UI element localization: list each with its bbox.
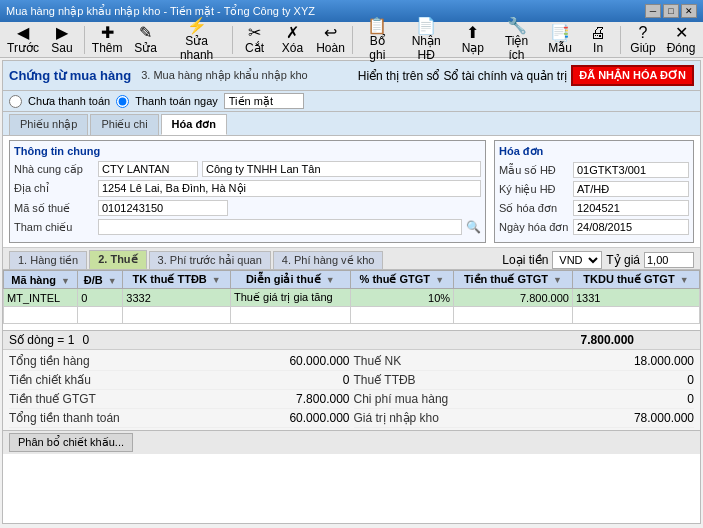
nhan-hd-button[interactable]: 📄 Nhận HĐ (399, 24, 452, 56)
next-label: Sau (51, 41, 72, 55)
ky-hieu-hd-label: Ký hiệu HĐ (499, 183, 569, 196)
help-icon: ? (639, 25, 648, 41)
sum-row-chi-phi: Chi phí mua hàng 0 (354, 390, 695, 409)
tham-chieu-row: Tham chiếu 🔍 (14, 219, 481, 235)
nap-button[interactable]: ⬆ Nạp (455, 24, 491, 56)
sum-row-thue-nk: Thuế NK 18.000.000 (354, 352, 695, 371)
title-bar: Mua hàng nhập khẩu nhập kho - Tiền mặt -… (0, 0, 703, 22)
nap-label: Nạp (462, 41, 484, 55)
sub-tab-phi-hang[interactable]: 4. Phí hàng về kho (273, 251, 384, 269)
hoa-don-panel: Hóa đơn Mẫu số HĐ 01GTKT3/001 Ký hiệu HĐ… (494, 140, 694, 243)
revert-button[interactable]: ↩ Hoàn (312, 24, 348, 56)
table-header-row: Mã hàng ▼ Đ/B ▼ TK thuế TTĐB ▼ Diễn giải… (4, 271, 700, 289)
cell-dien-giai-thue[interactable]: Thuế giá trị gia tăng (231, 289, 351, 307)
sum-tien-chiet-khau-label: Tiền chiết khấu (9, 373, 91, 387)
bo-ghi-button[interactable]: 📋 Bổ ghi (357, 24, 397, 56)
tab-phieu-chi[interactable]: Phiếu chi (90, 114, 158, 135)
mau-button[interactable]: 📑 Mẫu (542, 24, 578, 56)
tkdu-filter-icon[interactable]: ▼ (680, 275, 689, 285)
phan-bo-button[interactable]: Phân bổ chiết khấu... (9, 433, 133, 452)
ky-hieu-hd-val[interactable]: AT/HĐ (573, 181, 689, 197)
mau-label: Mẫu (548, 41, 572, 55)
mau-so-hd-val[interactable]: 01GTKT3/001 (573, 162, 689, 178)
tab-phieu-nhap[interactable]: Phiếu nhập (9, 114, 88, 135)
tham-chieu-val[interactable] (98, 219, 462, 235)
summary-section: Tổng tiền hàng 60.000.000 Tiền chiết khấ… (3, 349, 700, 430)
cell-tk-thue-ttdb[interactable]: 3332 (123, 289, 231, 307)
sub-tabs: 1. Hàng tiền 2. Thuế 3. Phí trước hải qu… (3, 248, 700, 270)
minimize-button[interactable]: ─ (645, 4, 661, 18)
cut-button[interactable]: ✂ Cắt (236, 24, 272, 56)
back-button[interactable]: ◀ Trước (4, 24, 42, 56)
table-row[interactable]: MT_INTEL 0 3332 Thuế giá trị gia tăng 10… (4, 289, 700, 307)
info-section: Thông tin chung Nhà cung cấp CTY LANTAN … (3, 136, 700, 248)
delete-button[interactable]: ✗ Xóa (274, 24, 310, 56)
dia-chi-row: Địa chỉ 1254 Lê Lai, Ba Đình, Hà Nội (14, 180, 481, 197)
sub-tab-phi-truoc[interactable]: 3. Phí trước hải quan (149, 251, 271, 269)
col-tkdu-gtgt: TKDU thuế GTGT ▼ (572, 271, 699, 289)
print-button[interactable]: 🖨 In (580, 24, 616, 56)
thanh-toan-ngay-radio[interactable] (116, 95, 129, 108)
nha-cung-cap-name[interactable]: Công ty TNHH Lan Tân (202, 161, 481, 177)
sum-row-thue-ttdb: Thuế TTĐB 0 (354, 371, 695, 390)
chua-thanh-toan-radio[interactable] (9, 95, 22, 108)
ma-so-thue-val[interactable]: 0101243150 (98, 200, 228, 216)
cell-tien-gtgt[interactable]: 7.800.000 (454, 289, 573, 307)
ngay-hoa-don-val[interactable]: 24/08/2015 (573, 219, 689, 235)
maximize-button[interactable]: □ (663, 4, 679, 18)
edit-button[interactable]: ✎ Sửa (128, 24, 164, 56)
so-hoa-don-val[interactable]: 1204521 (573, 200, 689, 216)
payment-method-input[interactable] (224, 93, 304, 109)
summary-right: Thuế NK 18.000.000 Thuế TTĐB 0 Chi phí m… (354, 352, 695, 428)
title-bar-controls: ─ □ ✕ (645, 4, 697, 18)
ty-gia-input[interactable] (644, 252, 694, 268)
tk-thue-filter-icon[interactable]: ▼ (212, 275, 221, 285)
dong-button[interactable]: ✕ Đóng (663, 24, 699, 56)
edit-label: Sửa (134, 41, 157, 55)
cell-ma-hang[interactable]: MT_INTEL (4, 289, 78, 307)
col-tk-thue-ttdb: TK thuế TTĐB ▼ (123, 271, 231, 289)
tab-hoa-don[interactable]: Hóa đơn (161, 114, 227, 135)
search-icon[interactable]: 🔍 (466, 220, 481, 234)
tien-ich-button[interactable]: 🔧 Tiện ích (493, 24, 540, 56)
cell-tkdu-gtgt[interactable]: 1331 (572, 289, 699, 307)
general-info-title: Thông tin chung (14, 145, 481, 157)
pct-filter-icon[interactable]: ▼ (435, 275, 444, 285)
so-dong-label: Số dòng = 1 (9, 333, 74, 347)
bo-ghi-icon: 📋 (367, 18, 387, 34)
loai-tien-select[interactable]: VND (552, 251, 602, 269)
cell-db[interactable]: 0 (78, 289, 123, 307)
toolbar: ◀ Trước ▶ Sau ✚ Thêm ✎ Sửa ⚡ Sửa nhanh ✂… (0, 22, 703, 58)
doc-title: Chứng từ mua hàng (9, 68, 131, 83)
next-button[interactable]: ▶ Sau (44, 24, 80, 56)
bo-ghi-label: Bổ ghi (362, 34, 392, 62)
dien-giai-filter-icon[interactable]: ▼ (326, 275, 335, 285)
footer-total-gtgt: 7.800.000 (581, 333, 634, 347)
print-icon: 🖨 (590, 25, 606, 41)
ma-so-thue-label: Mã số thuế (14, 202, 94, 215)
data-table: Mã hàng ▼ Đ/B ▼ TK thuế TTĐB ▼ Diễn giải… (3, 270, 700, 324)
tien-filter-icon[interactable]: ▼ (553, 275, 562, 285)
quick-edit-button[interactable]: ⚡ Sửa nhanh (166, 24, 228, 56)
sum-row-tong-thanh-toan: Tổng tiền thanh toán 60.000.000 (9, 409, 350, 428)
dia-chi-val[interactable]: 1254 Lê Lai, Ba Đình, Hà Nội (98, 180, 481, 197)
print-label: In (593, 41, 603, 55)
db-filter-icon[interactable]: ▼ (108, 276, 117, 286)
revert-label: Hoàn (316, 41, 345, 55)
help-button[interactable]: ? Giúp (625, 24, 661, 56)
sum-row-gia-tri-nhap: Giá trị nhập kho 78.000.000 (354, 409, 695, 428)
ngay-hoa-don-label: Ngày hóa đơn (499, 221, 569, 234)
sub-tab-hang-tien[interactable]: 1. Hàng tiền (9, 251, 87, 269)
revert-icon: ↩ (324, 25, 337, 41)
sub-tab-thue[interactable]: 2. Thuế (89, 250, 146, 269)
add-button[interactable]: ✚ Thêm (89, 24, 126, 56)
ma-hang-filter-icon[interactable]: ▼ (61, 276, 70, 286)
main-tabs: Phiếu nhập Phiếu chi Hóa đơn (3, 112, 700, 136)
sum-tong-thanh-toan-label: Tổng tiền thanh toán (9, 411, 120, 425)
summary-left: Tổng tiền hàng 60.000.000 Tiền chiết khấ… (9, 352, 350, 428)
tien-ich-label: Tiện ích (498, 34, 535, 62)
nha-cung-cap-code[interactable]: CTY LANTAN (98, 161, 198, 177)
data-table-wrapper: Mã hàng ▼ Đ/B ▼ TK thuế TTĐB ▼ Diễn giải… (3, 270, 700, 330)
close-button[interactable]: ✕ (681, 4, 697, 18)
cell-pct-gtgt[interactable]: 10% (350, 289, 454, 307)
